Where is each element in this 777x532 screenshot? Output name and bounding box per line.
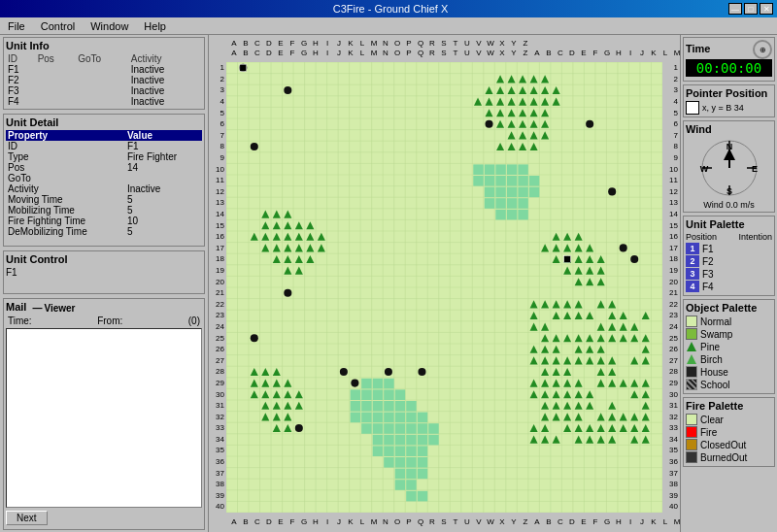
- wind-section: Wind N S E W: [683, 120, 775, 213]
- map-grid[interactable]: [226, 62, 662, 513]
- unit-info-row[interactable]: F1Inactive: [6, 64, 202, 75]
- unit-detail-row[interactable]: Fire Fighting Time10: [6, 216, 202, 226]
- unit-detail-row[interactable]: Moving Time5: [6, 194, 202, 205]
- time-display: 00:00:00: [686, 59, 772, 77]
- svg-text:W: W: [699, 164, 708, 174]
- unit-palette-item[interactable]: 1F1: [686, 243, 772, 254]
- minimize-button[interactable]: —: [728, 3, 742, 15]
- map-row-header-right: 1234567891011121314151617181920212223242…: [662, 62, 680, 513]
- unit-detail-row[interactable]: GoTo: [6, 173, 202, 183]
- time-section: Time ⊕ 00:00:00: [683, 37, 775, 82]
- menu-window[interactable]: Window: [86, 20, 132, 32]
- restore-button[interactable]: □: [744, 3, 758, 15]
- unit-control-section: Unit Control F1: [3, 250, 205, 294]
- compass-icon: ⊕: [753, 40, 772, 59]
- map-col-header-bottom: ABCDEFGHIJKLMNOPQRSTUVWXYZABCDEFGHIJKLM: [209, 513, 680, 532]
- close-button[interactable]: ✕: [760, 3, 773, 15]
- unit-palette-item[interactable]: 3F3: [686, 268, 772, 280]
- object-palette-item[interactable]: Birch: [686, 353, 772, 365]
- mail-next-button[interactable]: Next: [6, 511, 48, 525]
- pointer-position-title: Pointer Position: [686, 87, 772, 99]
- mail-count: (0): [188, 316, 200, 326]
- unit-info-row[interactable]: F2Inactive: [6, 75, 202, 85]
- unit-control-unit: F1: [6, 267, 202, 278]
- mail-header: Time: From: (0): [6, 315, 202, 327]
- svg-text:N: N: [726, 142, 732, 151]
- menu-control[interactable]: Control: [37, 20, 79, 32]
- wind-title: Wind: [686, 123, 772, 135]
- svg-text:E: E: [751, 164, 757, 174]
- unit-detail-row[interactable]: Pos14: [6, 162, 202, 173]
- from-label: From:: [97, 316, 122, 326]
- unit-detail-row[interactable]: IDF1: [6, 141, 202, 151]
- wind-compass-svg: N S E W: [698, 137, 760, 199]
- unit-detail-row[interactable]: ActivityInactive: [6, 183, 202, 194]
- detail-col-property: Property: [6, 130, 125, 141]
- map-col-header-top: ABCDEFGHIJKLMNOPQRSTUVWXYZABCDEFGHIJKLMN…: [209, 35, 680, 62]
- mail-title: Mail: [6, 301, 26, 313]
- col-activity: Activity: [129, 53, 202, 64]
- unit-detail-row[interactable]: Mobilizing Time5: [6, 205, 202, 216]
- time-title: Time: [686, 43, 710, 54]
- object-palette-item[interactable]: School: [686, 379, 772, 390]
- intention-label: Intention: [738, 232, 772, 242]
- unit-palette-item[interactable]: 2F2: [686, 255, 772, 267]
- fire-palette-item[interactable]: Fire: [686, 426, 772, 438]
- fire-palette-item[interactable]: Clear: [686, 414, 772, 425]
- unit-detail-row[interactable]: DeMobilizing Time5: [6, 226, 202, 237]
- object-palette-item[interactable]: Swamp: [686, 328, 772, 340]
- unit-palette-section: Unit Palette Position Intention 1F12F23F…: [683, 216, 775, 296]
- svg-marker-11: [687, 354, 696, 364]
- position-label: Position: [686, 232, 717, 242]
- pointer-coords: x, y = B 34: [702, 103, 744, 113]
- menu-help[interactable]: Help: [140, 20, 170, 32]
- col-pos: Pos: [36, 53, 77, 64]
- mail-section: Mail — Viewer Time: From: (0) Next: [3, 298, 205, 530]
- object-palette-section: Object Palette NormalSwampPineBirchHouse…: [683, 299, 775, 394]
- unit-detail-title: Unit Detail: [6, 116, 202, 128]
- menu-bar: File Control Window Help: [0, 17, 777, 35]
- position-box: [686, 101, 699, 115]
- wind-speed: Wind 0.0 m/s: [686, 200, 772, 210]
- unit-info-row[interactable]: F3Inactive: [6, 85, 202, 96]
- unit-palette-item[interactable]: 4F4: [686, 281, 772, 292]
- menu-file[interactable]: File: [4, 20, 29, 32]
- object-palette-title: Object Palette: [686, 302, 772, 314]
- object-palette-item[interactable]: Pine: [686, 341, 772, 352]
- object-palette-item[interactable]: Normal: [686, 316, 772, 327]
- viewer-title: Viewer: [44, 303, 75, 314]
- fire-palette-section: Fire Palette ClearFireClosedOutBurnedOut: [683, 397, 775, 467]
- mail-body: [6, 328, 202, 508]
- unit-info-title: Unit Info: [6, 40, 202, 51]
- app-title: C3Fire - Ground Chief X: [52, 3, 728, 15]
- unit-palette-title: Unit Palette: [686, 218, 772, 230]
- time-label: Time:: [8, 316, 32, 326]
- col-goto: GoTo: [76, 53, 129, 64]
- detail-col-value: Value: [125, 130, 202, 141]
- unit-detail-section: Unit Detail Property Value IDF1TypeFire …: [3, 114, 205, 247]
- col-id: ID: [6, 53, 36, 64]
- svg-marker-10: [687, 342, 696, 351]
- map-row-header: 1234567891011121314151617181920212223242…: [209, 62, 226, 513]
- fire-palette-title: Fire Palette: [686, 400, 772, 412]
- fire-palette-item[interactable]: BurnedOut: [686, 451, 772, 463]
- unit-info-row[interactable]: F4Inactive: [6, 96, 202, 107]
- unit-control-title: Unit Control: [6, 253, 202, 265]
- object-palette-item[interactable]: House: [686, 366, 772, 378]
- svg-text:S: S: [726, 186, 731, 196]
- map-area[interactable]: ABCDEFGHIJKLMNOPQRSTUVWXYZABCDEFGHIJKLMN…: [209, 35, 680, 532]
- fire-palette-item[interactable]: ClosedOut: [686, 439, 772, 450]
- unit-detail-row[interactable]: TypeFire Fighter: [6, 151, 202, 162]
- title-bar: C3Fire - Ground Chief X — □ ✕: [0, 0, 777, 17]
- right-panel: Time ⊕ 00:00:00 Pointer Position x, y = …: [680, 35, 777, 532]
- unit-info-section: Unit Info ID Pos GoTo Activity F1Inactiv…: [3, 37, 205, 110]
- pointer-position-section: Pointer Position x, y = B 34: [683, 84, 775, 117]
